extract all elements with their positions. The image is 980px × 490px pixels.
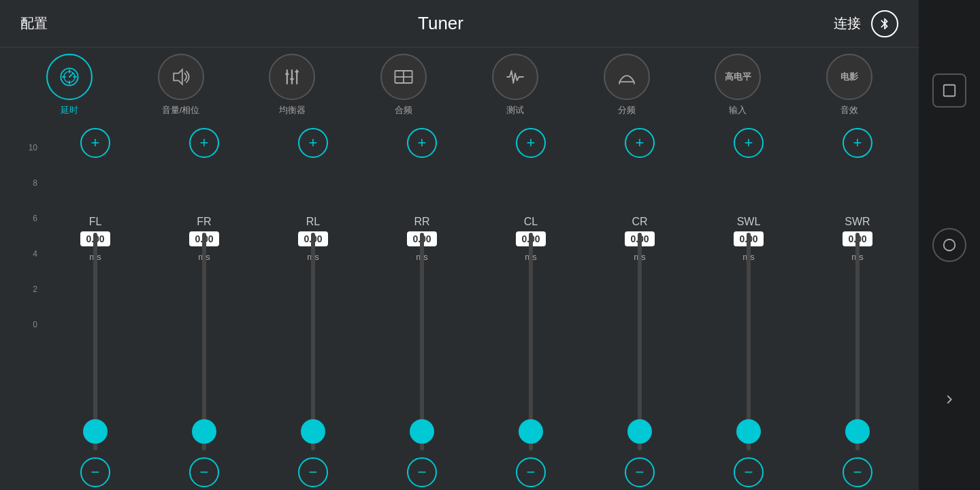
- main-area: 配置 Tuner 连接: [0, 0, 919, 490]
- delay-icon-circle: [46, 54, 93, 100]
- channel-cr: + CR 0.00 ms −: [585, 122, 694, 490]
- svg-rect-12: [291, 78, 294, 80]
- cr-slider-track[interactable]: [638, 233, 642, 451]
- swr-slider-thumb[interactable]: [845, 419, 870, 444]
- volume-label: 音量/相位: [162, 104, 200, 116]
- rl-slider-wrapper: RL 0.00 ms: [259, 158, 368, 457]
- cl-slider-wrapper: CL 0.00 ms: [476, 158, 585, 457]
- swr-slider-track[interactable]: [855, 233, 860, 451]
- nav-item-crossover2[interactable]: 分频: [571, 48, 683, 122]
- cl-minus-button[interactable]: −: [516, 457, 546, 487]
- svg-marker-7: [174, 69, 182, 84]
- input-icon-text: 高电平: [725, 71, 751, 83]
- volume-icon-circle: [158, 54, 204, 100]
- rr-slider-thumb[interactable]: [410, 419, 434, 444]
- svg-point-21: [944, 240, 956, 251]
- swl-channel-name: SWL: [737, 216, 761, 228]
- rr-plus-button[interactable]: +: [407, 128, 437, 158]
- channel-swr: + SWR 0.00 ms −: [803, 122, 912, 490]
- header-right: 连接: [834, 10, 898, 37]
- fl-plus-button[interactable]: +: [80, 128, 110, 158]
- test-label: 测试: [506, 104, 524, 116]
- swr-plus-button[interactable]: +: [843, 128, 872, 158]
- crossover2-icon-circle: [604, 54, 650, 100]
- effects-icon-text: 电影: [840, 71, 858, 83]
- nav-item-test[interactable]: 测试: [459, 48, 571, 122]
- android-square-button[interactable]: [932, 74, 966, 108]
- fr-slider-thumb[interactable]: [192, 419, 216, 444]
- channel-cl: + CL 0.00 ms −: [476, 122, 585, 490]
- header-left: 配置: [20, 14, 48, 33]
- swr-minus-button[interactable]: −: [843, 457, 872, 487]
- crossover2-label: 分频: [618, 104, 636, 116]
- swl-minus-button[interactable]: −: [734, 457, 764, 487]
- cl-slider-thumb[interactable]: [519, 419, 543, 444]
- nav-item-input[interactable]: 高电平 输入: [683, 48, 794, 122]
- side-panel: [919, 0, 980, 490]
- swl-slider-track[interactable]: [747, 233, 751, 451]
- nav-item-xover[interactable]: 合频: [348, 48, 459, 122]
- nav-item-delay[interactable]: 延时: [14, 48, 125, 122]
- rl-plus-button[interactable]: +: [298, 128, 328, 158]
- cr-plus-button[interactable]: +: [625, 128, 655, 158]
- cl-plus-button[interactable]: +: [516, 128, 546, 158]
- svg-rect-20: [944, 85, 956, 97]
- fr-slider-wrapper: FR 0.00 ms: [150, 158, 259, 457]
- scale-2: 2: [33, 284, 37, 320]
- rr-slider-track[interactable]: [420, 233, 424, 451]
- xover-label: 合频: [395, 104, 412, 116]
- channel-rl: + RL 0.00 ms −: [259, 122, 368, 490]
- channel-fl: + FL 0.00 ms −: [41, 122, 150, 490]
- rl-slider-thumb[interactable]: [301, 419, 325, 444]
- test-icon-circle: [492, 54, 538, 100]
- scale-6: 6: [33, 214, 37, 249]
- app-title: Tuner: [418, 13, 463, 34]
- rl-minus-button[interactable]: −: [298, 457, 328, 487]
- nav-item-effects[interactable]: 电影 音效: [794, 48, 905, 122]
- svg-line-6: [69, 74, 73, 77]
- swl-plus-button[interactable]: +: [734, 128, 764, 158]
- rr-channel-name: RR: [414, 216, 429, 228]
- fl-channel-name: FL: [89, 216, 102, 228]
- scale-10: 10: [29, 143, 37, 178]
- fl-slider-thumb[interactable]: [83, 419, 108, 444]
- cr-channel-name: CR: [632, 216, 647, 228]
- rr-minus-button[interactable]: −: [407, 457, 437, 487]
- cl-channel-name: CL: [524, 216, 538, 228]
- swl-slider-thumb[interactable]: [736, 419, 761, 444]
- cr-slider-thumb[interactable]: [627, 419, 652, 444]
- cl-slider-track[interactable]: [529, 233, 533, 451]
- scale-column: 10 8 6 4 2 0: [7, 122, 41, 490]
- fl-slider-track[interactable]: [93, 233, 97, 451]
- fr-channel-name: FR: [197, 216, 211, 228]
- config-button[interactable]: 配置: [20, 14, 48, 33]
- cr-slider-wrapper: CR 0.00 ms: [585, 158, 694, 457]
- android-home-button[interactable]: [932, 228, 966, 262]
- cr-minus-button[interactable]: −: [625, 457, 655, 487]
- rr-slider-wrapper: RR 0.00 ms: [368, 158, 476, 457]
- scale-8: 8: [33, 178, 37, 214]
- effects-icon-circle: 电影: [826, 54, 872, 100]
- xover-icon-circle: [380, 54, 427, 100]
- fl-minus-button[interactable]: −: [80, 457, 110, 487]
- rl-channel-name: RL: [306, 216, 320, 228]
- swl-slider-wrapper: SWL 0.00 ms: [694, 158, 803, 457]
- sliders-section: 10 8 6 4 2 0 + FL 0.00 ms −: [0, 122, 919, 490]
- connect-button[interactable]: 连接: [834, 14, 861, 33]
- fl-slider-wrapper: FL 0.00 ms: [41, 158, 150, 457]
- nav-item-eq[interactable]: 均衡器: [237, 48, 348, 122]
- scale-4: 4: [33, 249, 37, 284]
- fr-minus-button[interactable]: −: [189, 457, 219, 487]
- svg-rect-13: [295, 71, 299, 73]
- channel-rr: + RR 0.00 ms −: [368, 122, 476, 490]
- fr-slider-track[interactable]: [202, 233, 206, 451]
- rl-slider-track[interactable]: [311, 233, 315, 451]
- delay-label: 延时: [61, 104, 78, 116]
- nav-item-volume[interactable]: 音量/相位: [125, 48, 237, 122]
- channel-swl: + SWL 0.00 ms −: [694, 122, 803, 490]
- eq-icon-circle: [269, 54, 315, 100]
- android-back-button[interactable]: [932, 382, 966, 416]
- eq-label: 均衡器: [279, 104, 306, 116]
- fr-plus-button[interactable]: +: [189, 128, 219, 158]
- bluetooth-button[interactable]: [871, 10, 898, 37]
